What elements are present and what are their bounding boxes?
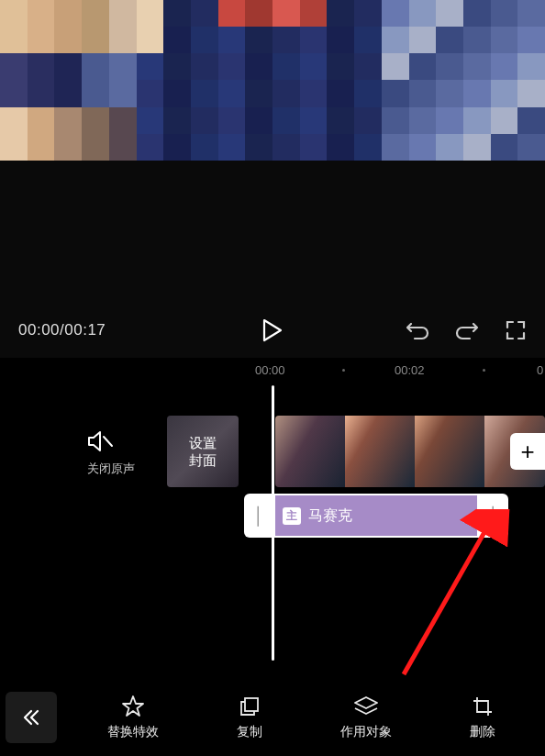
ruler-dot [342, 369, 345, 372]
star-icon [121, 695, 145, 718]
apply-target-button[interactable]: 作用对象 [340, 695, 392, 740]
tool-label: 替换特效 [107, 724, 159, 740]
svg-rect-2 [245, 698, 258, 711]
ruler-dot [483, 369, 485, 372]
cover-label-l1: 设置 [189, 434, 217, 452]
effect-badge: 主 [283, 507, 301, 525]
chevrons-left-icon [20, 706, 42, 728]
ruler-mark: 0 [537, 363, 543, 377]
mute-audio-button[interactable]: 关闭原声 [87, 429, 135, 477]
tool-label: 删除 [470, 724, 495, 740]
ruler-mark: 00:02 [395, 363, 425, 377]
crop-icon [472, 695, 494, 718]
video-preview[interactable] [0, 0, 545, 161]
speaker-mute-icon [87, 429, 115, 453]
copy-icon [239, 695, 261, 718]
time-display: 00:00/00:17 [18, 321, 106, 339]
plus-icon: + [520, 438, 534, 466]
replace-effect-button[interactable]: 替换特效 [107, 695, 159, 740]
svg-line-1 [404, 526, 488, 674]
clip-handle-left[interactable]: │ [244, 494, 273, 538]
ruler-mark: 00:00 [255, 363, 285, 377]
timeline[interactable]: 关闭原声 设置 封面 + │ 主 马赛克 │ [0, 385, 545, 679]
redo-button[interactable] [455, 320, 479, 340]
undo-button[interactable] [406, 320, 429, 340]
clip-frame [415, 416, 484, 487]
bottom-toolbar: 替换特效 复制 作用对象 删除 [0, 679, 545, 756]
clip-handle-right[interactable]: │ [479, 494, 508, 538]
play-button[interactable] [262, 318, 283, 342]
video-clip-track[interactable] [275, 416, 545, 487]
delete-button[interactable]: 删除 [470, 695, 495, 740]
effect-clip-body[interactable]: 主 马赛克 [273, 494, 479, 538]
playhead[interactable] [272, 385, 274, 661]
layers-icon [353, 695, 379, 718]
tool-label: 作用对象 [340, 724, 392, 740]
player-bar: 00:00/00:17 [0, 161, 545, 358]
set-cover-button[interactable]: 设置 封面 [167, 416, 239, 487]
mute-label: 关闭原声 [87, 461, 135, 477]
timeline-ruler[interactable]: 00:00 00:02 0 [0, 358, 545, 385]
effect-clip[interactable]: │ 主 马赛克 │ [244, 494, 508, 538]
fullscreen-button[interactable] [505, 319, 527, 341]
effect-name: 马赛克 [308, 506, 352, 526]
copy-button[interactable]: 复制 [237, 695, 262, 740]
collapse-toolbar-button[interactable] [6, 692, 57, 743]
clip-frame [345, 416, 415, 487]
clip-frame [275, 416, 345, 487]
svg-line-0 [104, 437, 112, 446]
tool-label: 复制 [237, 724, 262, 740]
cover-label-l2: 封面 [189, 451, 217, 470]
add-clip-button[interactable]: + [510, 433, 545, 470]
